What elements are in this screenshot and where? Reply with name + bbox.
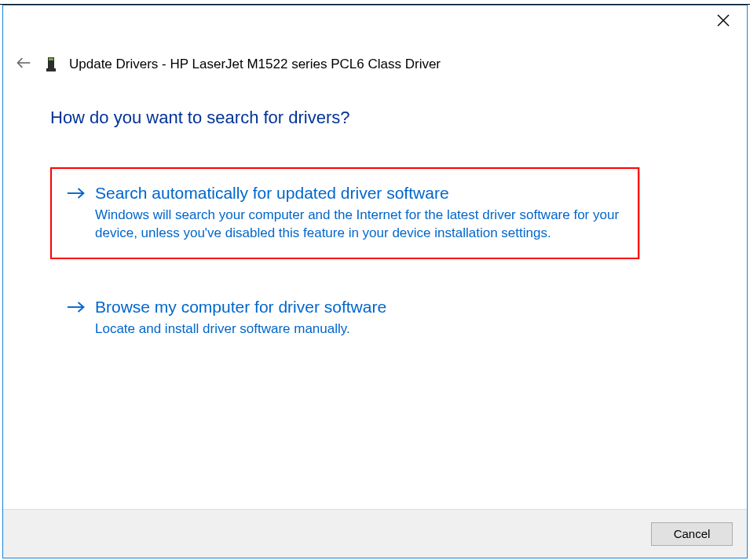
page-heading: How do you want to search for drivers? [50, 108, 700, 128]
arrow-right-icon [67, 299, 86, 318]
option-description: Locate and install driver software manua… [95, 320, 623, 339]
close-button[interactable] [708, 10, 739, 34]
option-body: Search automatically for updated driver … [95, 182, 623, 243]
option-description: Windows will search your computer and th… [95, 207, 623, 243]
svg-rect-5 [46, 68, 56, 71]
back-button[interactable] [14, 55, 33, 74]
dialog-content: How do you want to search for drivers? S… [50, 90, 700, 501]
close-icon [717, 14, 730, 30]
device-icon [44, 55, 58, 74]
dialog-footer: Cancel [3, 509, 747, 558]
svg-rect-4 [49, 58, 53, 60]
title-bar: Update Drivers - HP LaserJet M1522 serie… [14, 51, 736, 78]
option-title: Browse my computer for driver software [95, 296, 623, 317]
arrow-left-icon [16, 55, 31, 74]
option-title: Search automatically for updated driver … [95, 182, 623, 203]
update-drivers-dialog: Update Drivers - HP LaserJet M1522 serie… [2, 5, 748, 558]
option-browse-computer[interactable]: Browse my computer for driver software L… [50, 281, 639, 355]
dialog-title: Update Drivers - HP LaserJet M1522 serie… [69, 57, 441, 72]
arrow-right-icon [67, 185, 86, 204]
option-search-automatically[interactable]: Search automatically for updated driver … [50, 167, 639, 259]
option-body: Browse my computer for driver software L… [95, 296, 623, 339]
cancel-button[interactable]: Cancel [651, 522, 733, 546]
